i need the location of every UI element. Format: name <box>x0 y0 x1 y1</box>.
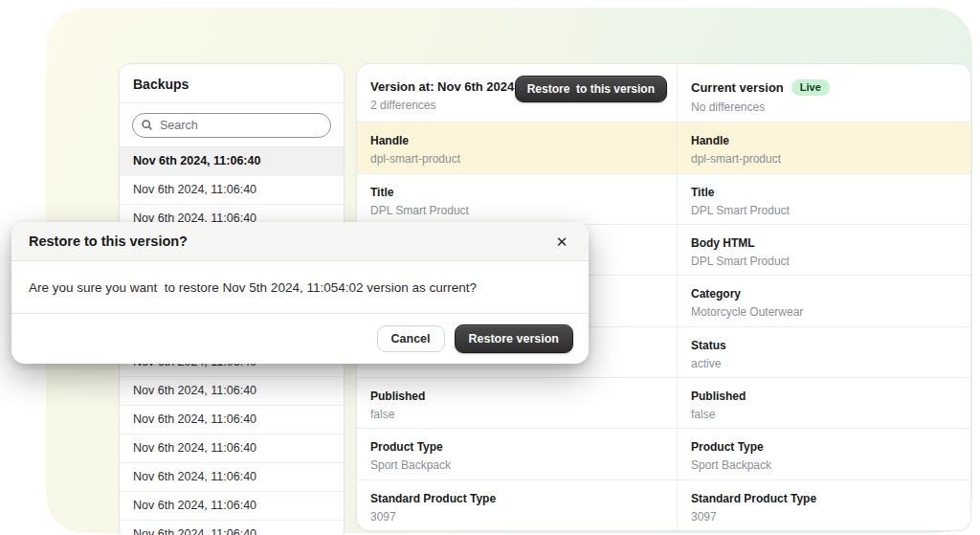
current-version-column: Current version Live No differences Hand… <box>678 64 970 530</box>
field-value: DPL Smart Product <box>370 204 663 217</box>
field-value: DPL Smart Product <box>691 255 957 268</box>
modal-title: Restore to this version? <box>29 234 552 249</box>
backup-list-item[interactable]: Nov 6th 2024, 11:06:40 <box>120 521 344 535</box>
field-value: 3097 <box>691 510 957 524</box>
field-value: DPL Smart Product <box>691 204 957 217</box>
backup-list-item[interactable]: Nov 6th 2024, 11:06:40 <box>120 435 344 463</box>
current-version-header: Current version Live No differences <box>678 64 970 122</box>
field-value: false <box>691 408 957 421</box>
selected-version-header: Version at: Nov 6th 2024, 11:06:40 2 dif… <box>357 64 677 122</box>
field-value: active <box>691 357 957 370</box>
field-label: Body HTML <box>691 236 957 250</box>
field-value: dpl-smart-product <box>370 152 663 166</box>
field-label: Handle <box>691 134 957 147</box>
field-label: Title <box>691 186 957 199</box>
search-input[interactable] <box>132 113 331 138</box>
field-row-published: Published false <box>357 377 677 428</box>
backup-list-item[interactable]: Nov 6th 2024, 11:06:40 <box>120 463 344 492</box>
field-label: Category <box>691 287 957 301</box>
field-value: false <box>370 408 663 421</box>
field-value: dpl-smart-product <box>691 152 957 166</box>
field-row-category: Category Motorcycle Outerwear <box>678 275 970 325</box>
field-row-product-type: Product Type Sport Backpack <box>678 428 970 479</box>
backup-list-item[interactable]: Nov 6th 2024, 11:06:40 <box>120 377 344 406</box>
field-label: Title <box>370 186 663 199</box>
field-label: Standard Product Type <box>370 492 663 505</box>
field-label: Product Type <box>370 440 663 454</box>
backup-list-item[interactable]: Nov 6th 2024, 11:06:40 <box>120 492 344 521</box>
close-icon[interactable]: ✕ <box>552 234 571 249</box>
field-row-title: Title DPL Smart Product <box>678 173 970 224</box>
sidebar-title: Backups <box>120 64 344 103</box>
current-version-title: Current version <box>691 80 784 95</box>
modal-message: Are you sure you want to restore Nov 5th… <box>11 261 589 313</box>
field-row-standard-product-type: Standard Product Type 3097 <box>678 479 970 530</box>
field-value: 3097 <box>370 510 663 524</box>
field-value: Sport Backpack <box>691 458 957 472</box>
field-label: Product Type <box>691 440 957 454</box>
search-container <box>120 103 344 147</box>
backup-list-item[interactable]: Nov 6th 2024, 11:06:40 <box>120 176 344 205</box>
field-value: Motorcycle Outerwear <box>691 305 957 319</box>
no-differences-text: No differences <box>691 100 957 114</box>
restore-to-this-version-button[interactable]: Restore to this version <box>515 76 667 102</box>
search-icon <box>141 119 153 131</box>
field-label: Published <box>691 390 957 403</box>
field-label: Handle <box>370 134 663 147</box>
backup-list-item[interactable]: Nov 6th 2024, 11:06:40 <box>120 406 344 435</box>
field-row-product-type: Product Type Sport Backpack <box>357 428 677 479</box>
field-row-published: Published false <box>678 377 970 428</box>
field-row-status: Status active <box>678 326 970 377</box>
modal-footer: Cancel Restore version <box>11 313 589 364</box>
field-row-handle: Handle dpl-smart-product <box>357 122 677 172</box>
field-row-title: Title DPL Smart Product <box>357 173 677 224</box>
restore-confirmation-modal: Restore to this version? ✕ Are you sure … <box>11 222 589 364</box>
field-label: Standard Product Type <box>691 492 957 505</box>
field-label: Status <box>691 339 957 352</box>
field-row-handle: Handle dpl-smart-product <box>678 122 970 172</box>
field-row-body-html: Body HTML DPL Smart Product <box>678 224 970 275</box>
field-label: Published <box>370 390 663 403</box>
field-row-standard-product-type: Standard Product Type 3097 <box>357 479 677 530</box>
live-badge: Live <box>791 79 830 96</box>
restore-version-button[interactable]: Restore version <box>455 324 573 353</box>
modal-header: Restore to this version? ✕ <box>11 222 589 261</box>
app-screenshot: Backups Nov 6th 2024, 11:06:40 Nov 6th 2… <box>0 0 980 535</box>
cancel-button[interactable]: Cancel <box>377 325 445 352</box>
field-value: Sport Backpack <box>370 458 663 472</box>
backup-list-item-selected[interactable]: Nov 6th 2024, 11:06:40 <box>120 147 344 176</box>
